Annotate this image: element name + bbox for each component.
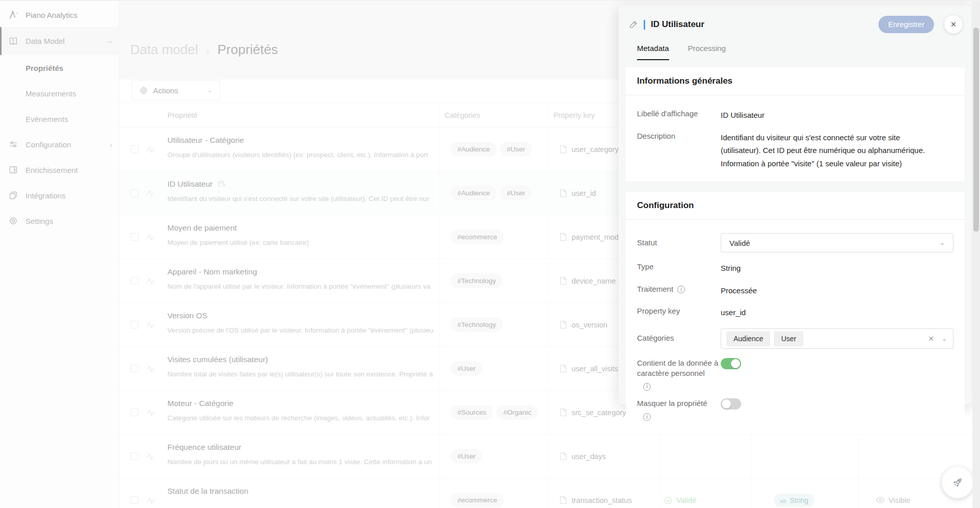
rocket-icon bbox=[951, 476, 964, 489]
traitement-label: Traitementi bbox=[637, 284, 721, 294]
statut-value: Validé bbox=[729, 239, 940, 247]
panel-title: ID Utilisateur bbox=[651, 19, 873, 30]
chevron-down-icon: ⌄ bbox=[940, 239, 945, 246]
section-title: Informations générales bbox=[626, 67, 965, 95]
title-caret bbox=[644, 20, 645, 30]
rocket-fab-button[interactable] bbox=[942, 467, 973, 498]
statut-label: Statut bbox=[637, 238, 721, 248]
categories-label: Catégories bbox=[637, 333, 721, 343]
category-tag[interactable]: Audience bbox=[726, 331, 770, 346]
vertical-scrollbar[interactable] bbox=[972, 1, 980, 508]
description-label: Description bbox=[637, 131, 721, 141]
property-key-value: user_id bbox=[721, 306, 953, 319]
statut-select[interactable]: Validé ⌄ bbox=[721, 233, 953, 252]
type-label: Type bbox=[637, 262, 721, 272]
personal-data-label: Contient de la donnée à caractère person… bbox=[637, 358, 721, 392]
panel-header: ID Utilisateur Enregistrer ✕ bbox=[619, 5, 972, 34]
category-tag[interactable]: User bbox=[774, 331, 803, 346]
property-detail-panel: ID Utilisateur Enregistrer ✕ Metadata Pr… bbox=[619, 5, 972, 404]
panel-body: Informations générales Libellé d'afficha… bbox=[619, 60, 972, 433]
type-value: String bbox=[721, 262, 953, 275]
section-informations-generales: Informations générales Libellé d'afficha… bbox=[626, 67, 965, 181]
save-button[interactable]: Enregistrer bbox=[878, 16, 934, 33]
personal-data-toggle[interactable] bbox=[721, 358, 741, 369]
display-value: ID Utilisateur bbox=[721, 109, 953, 122]
info-icon[interactable]: i bbox=[643, 413, 651, 421]
panel-tabs: Metadata Processing bbox=[619, 34, 972, 60]
tab-processing[interactable]: Processing bbox=[688, 44, 726, 60]
hide-property-label: Masquer la propriété i bbox=[637, 398, 721, 422]
section-title: Configuration bbox=[626, 192, 965, 220]
tab-metadata[interactable]: Metadata bbox=[637, 44, 669, 60]
categories-multiselect[interactable]: Audience User ✕ ⌄ bbox=[721, 328, 953, 349]
pencil-icon[interactable] bbox=[629, 20, 638, 29]
description-value: Identifiant du visiteur qui s'est connec… bbox=[721, 131, 953, 170]
info-icon[interactable]: i bbox=[677, 286, 685, 293]
close-icon[interactable]: ✕ bbox=[944, 15, 963, 34]
clear-icon[interactable]: ✕ bbox=[928, 335, 934, 343]
property-key-label: Property key bbox=[637, 306, 721, 316]
chevron-down-icon[interactable]: ⌄ bbox=[942, 335, 947, 342]
info-icon[interactable]: i bbox=[643, 383, 651, 391]
traitement-value: Processée bbox=[721, 284, 953, 297]
display-label: Libellé d'affichage bbox=[637, 109, 721, 119]
hide-property-toggle[interactable] bbox=[721, 398, 741, 410]
scrollbar-thumb[interactable] bbox=[973, 28, 979, 232]
section-configuration: Configuration Statut Validé ⌄ Type Strin… bbox=[626, 192, 965, 433]
